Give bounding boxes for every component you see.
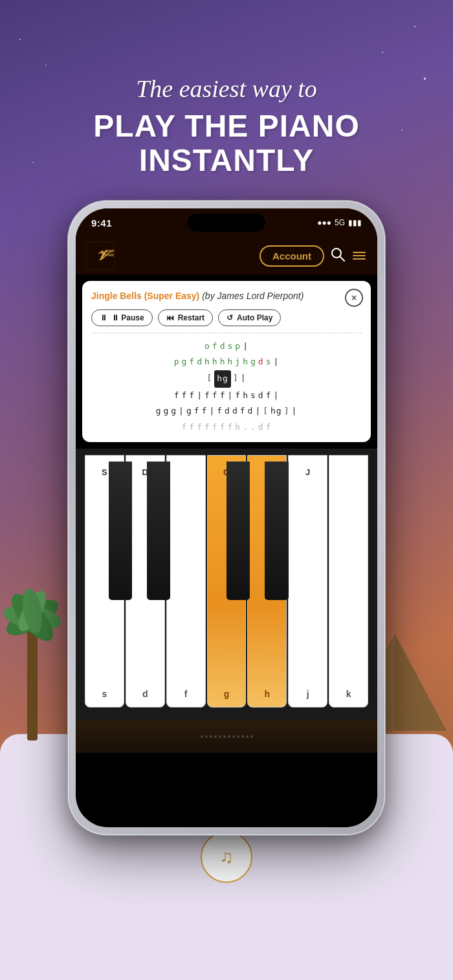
- logo-svg: 𝒱 IRTUAL PIANO: [87, 242, 114, 269]
- headline-line1: The easiest way to: [136, 74, 317, 104]
- network-type: 5G: [335, 218, 345, 227]
- menu-line-2: [353, 255, 366, 256]
- svg-line-13: [340, 256, 344, 261]
- piano-keys: S s D d f: [76, 455, 377, 707]
- sheet-notes: o f d s p | p g f d h h: [91, 333, 362, 436]
- search-icon[interactable]: [331, 247, 345, 265]
- logo-icon: 𝒱 IRTUAL PIANO: [86, 241, 115, 270]
- piano-bottom-bar: [76, 720, 377, 753]
- note-row-1: o f d s p |: [91, 339, 362, 355]
- note-row-6: f f f f f f f h . . d f: [91, 419, 362, 436]
- black-keys-overlay: [79, 455, 374, 707]
- note-row-3: [ hg ] |: [91, 370, 362, 388]
- black-key-4[interactable]: [265, 462, 288, 601]
- pause-icon: ⏸: [100, 313, 107, 322]
- close-button[interactable]: ×: [345, 289, 363, 307]
- status-icons: ●●● 5G ▮▮▮: [317, 218, 362, 227]
- pause-button[interactable]: ⏸ ⏸ Pause: [91, 309, 153, 326]
- signal-icon: ●●●: [317, 218, 331, 227]
- svg-rect-0: [27, 624, 38, 741]
- svg-text:PIANO: PIANO: [105, 253, 114, 257]
- headline-line2: PLAY THE PIANO INSTANTLY: [93, 109, 359, 178]
- piano-area: S s D d f: [76, 449, 377, 720]
- note-row-2: p g f d h h h h j h g d s |: [91, 354, 362, 370]
- account-button[interactable]: Account: [260, 245, 324, 267]
- controls-row: ⏸ ⏸ Pause ⏮ Restart ↺ Auto Play: [91, 309, 362, 326]
- song-title-main: Jingle Bells (Super Easy): [91, 291, 199, 301]
- note-row-4: f f f | f f f | f h s d f |: [91, 388, 362, 404]
- black-key-2[interactable]: [147, 462, 170, 601]
- sheet-title: Jingle Bells (Super Easy) (by James Lord…: [91, 290, 362, 303]
- black-key-3[interactable]: [226, 462, 250, 601]
- dynamic-island: [188, 214, 265, 232]
- piano-dots-row: [201, 735, 253, 738]
- sheet-music-panel: Jingle Bells (Super Easy) (by James Lord…: [82, 281, 371, 442]
- header-right: Account: [260, 245, 367, 267]
- note-row-5: g g g | g f f | f d d f d | [: [91, 403, 362, 419]
- palm-tree-left: [0, 572, 65, 741]
- menu-icon[interactable]: [351, 252, 367, 260]
- battery-icon: ▮▮▮: [348, 218, 362, 227]
- phone-mockup: 9:41 ●●● 5G ▮▮▮ 𝒱 IRTUAL PIANO: [68, 201, 385, 835]
- phone-screen: 9:41 ●●● 5G ▮▮▮ 𝒱 IRTUAL PIANO: [76, 208, 377, 827]
- song-title-sub: (by James Lord Pierpont): [202, 291, 304, 301]
- app-header: 𝒱 IRTUAL PIANO Account: [76, 237, 377, 274]
- restart-icon: ⏮: [166, 313, 174, 322]
- black-key-1[interactable]: [109, 462, 132, 601]
- logo-area: 𝒱 IRTUAL PIANO: [86, 241, 115, 270]
- status-bar: 9:41 ●●● 5G ▮▮▮: [76, 208, 377, 237]
- autoplay-button[interactable]: ↺ Auto Play: [218, 309, 281, 326]
- phone-outer: 9:41 ●●● 5G ▮▮▮ 𝒱 IRTUAL PIANO: [68, 201, 385, 835]
- music-note-icon: ♫: [220, 847, 234, 867]
- svg-marker-7: [395, 634, 447, 731]
- menu-line-3: [353, 258, 366, 260]
- autoplay-icon: ↺: [226, 313, 233, 322]
- status-time: 9:41: [91, 217, 112, 228]
- headline-section: The easiest way to PLAY THE PIANO INSTAN…: [0, 0, 453, 233]
- menu-line-1: [353, 252, 366, 253]
- music-note-button[interactable]: ♫: [201, 831, 252, 883]
- restart-button[interactable]: ⏮ Restart: [158, 309, 213, 326]
